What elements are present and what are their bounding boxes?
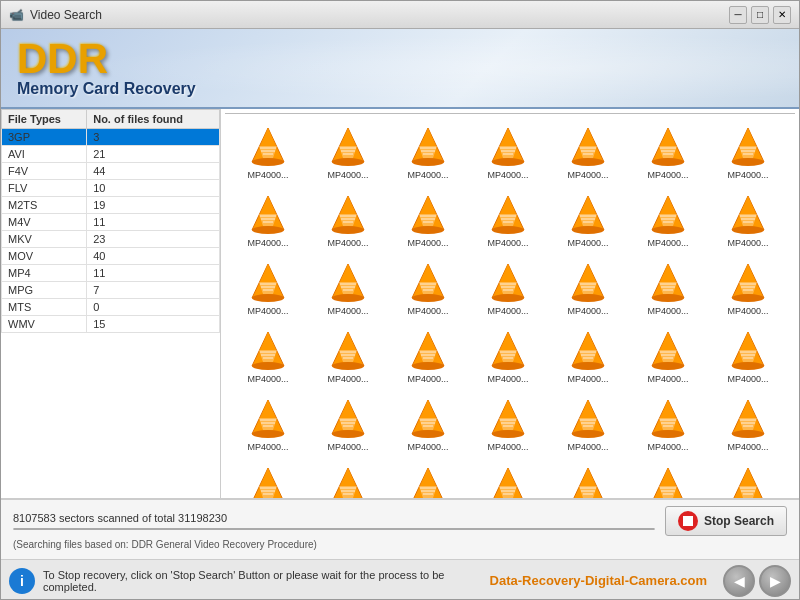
file-item[interactable]: MP4000... — [389, 390, 467, 456]
footer: i To Stop recovery, click on 'Stop Searc… — [1, 559, 799, 600]
file-item[interactable]: MP4000... — [469, 322, 547, 388]
file-type-row[interactable]: MPG7 — [2, 282, 220, 299]
file-item-label: MP4000... — [487, 170, 528, 180]
file-item[interactable]: MP4000... — [549, 254, 627, 320]
file-item[interactable]: MP4000... — [309, 254, 387, 320]
forward-button[interactable]: ▶ — [759, 565, 791, 597]
file-item[interactable]: MP4000... — [549, 118, 627, 184]
file-item[interactable]: MP4000... — [629, 322, 707, 388]
file-item[interactable]: MP4000... — [709, 390, 787, 456]
file-item[interactable]: MP4000... — [309, 186, 387, 252]
file-item-label: MP4000... — [487, 306, 528, 316]
file-item[interactable]: MP4000... — [309, 390, 387, 456]
svg-point-156 — [332, 362, 364, 370]
svg-point-72 — [492, 226, 524, 234]
close-button[interactable]: ✕ — [773, 6, 791, 24]
app-subtitle: Memory Card Recovery — [17, 80, 783, 98]
file-type-row[interactable]: M2TS19 — [2, 197, 220, 214]
file-item-icon — [324, 462, 372, 498]
file-item[interactable]: MP4000... — [229, 118, 307, 184]
svg-point-149 — [252, 362, 284, 370]
file-item[interactable]: MP4000... — [309, 458, 387, 498]
file-item-label: MP4000... — [567, 238, 608, 248]
file-item-label: MP4000... — [647, 306, 688, 316]
file-item[interactable]: MP4000... — [469, 458, 547, 498]
file-item-icon — [404, 462, 452, 498]
stop-search-button[interactable]: Stop Search — [665, 506, 787, 536]
file-item[interactable]: MP4000... — [629, 390, 707, 456]
minimize-button[interactable]: ─ — [729, 6, 747, 24]
file-item[interactable]: MP4000... — [389, 458, 467, 498]
file-item-icon — [644, 258, 692, 306]
file-item-label: MP4000... — [567, 442, 608, 452]
file-item[interactable]: MP4000... — [469, 390, 547, 456]
svg-point-37 — [652, 158, 684, 166]
file-item[interactable]: MP4000... — [229, 186, 307, 252]
col-count: No. of files found — [87, 110, 220, 129]
svg-point-44 — [732, 158, 764, 166]
file-grid-panel[interactable]: ↑↑ 1500m ↑↑ 1500m ↑↑ 1500m ↑↑ 1500m ↑↑ 1… — [221, 109, 799, 498]
file-item[interactable]: MP4000... — [709, 322, 787, 388]
file-type-count: 40 — [87, 248, 220, 265]
file-item[interactable]: MP4000... — [469, 254, 547, 320]
file-item-icon — [644, 326, 692, 374]
app-title: Video Search — [30, 8, 102, 22]
file-item[interactable]: MP4000... — [389, 254, 467, 320]
file-item[interactable]: MP4000... — [709, 254, 787, 320]
file-item[interactable]: MP4000... — [229, 390, 307, 456]
file-type-row[interactable]: M4V11 — [2, 214, 220, 231]
file-type-row[interactable]: AVI21 — [2, 146, 220, 163]
file-item[interactable]: MP4000... — [549, 390, 627, 456]
file-type-row[interactable]: MOV40 — [2, 248, 220, 265]
file-types-table: File Types No. of files found 3GP3AVI21F… — [1, 109, 220, 333]
file-type-count: 11 — [87, 214, 220, 231]
file-types-panel: File Types No. of files found 3GP3AVI21F… — [1, 109, 221, 498]
file-type-name: MPG — [2, 282, 87, 299]
file-type-row[interactable]: FLV10 — [2, 180, 220, 197]
svg-point-184 — [652, 362, 684, 370]
file-item[interactable]: MP4000... — [629, 254, 707, 320]
file-item[interactable]: MP4000... — [229, 254, 307, 320]
file-item[interactable]: MP4000... — [229, 322, 307, 388]
file-item[interactable]: MP4000... — [229, 458, 307, 498]
back-button[interactable]: ◀ — [723, 565, 755, 597]
file-type-row[interactable]: WMV15 — [2, 316, 220, 333]
file-item[interactable]: MP4000... — [709, 186, 787, 252]
file-type-row[interactable]: MP411 — [2, 265, 220, 282]
file-type-name: MTS — [2, 299, 87, 316]
svg-point-226 — [572, 430, 604, 438]
file-item[interactable]: MP4000... — [629, 458, 707, 498]
svg-point-198 — [252, 430, 284, 438]
file-item[interactable]: MP4000... — [389, 118, 467, 184]
file-item[interactable]: MP4000... — [309, 118, 387, 184]
col-file-types: File Types — [2, 110, 87, 129]
maximize-button[interactable]: □ — [751, 6, 769, 24]
stop-search-label: Stop Search — [704, 514, 774, 528]
file-item[interactable]: MP4000... — [469, 186, 547, 252]
svg-point-30 — [572, 158, 604, 166]
file-item[interactable]: MP4000... — [389, 186, 467, 252]
footer-url: Data-Recovery-Digital-Camera.com — [490, 573, 707, 588]
file-item-icon — [724, 122, 772, 170]
file-item[interactable]: MP4000... — [549, 322, 627, 388]
file-item[interactable]: MP4000... — [389, 322, 467, 388]
file-item-label: MP4000... — [327, 374, 368, 384]
file-type-row[interactable]: MKV23 — [2, 231, 220, 248]
file-item[interactable]: MP4000... — [629, 186, 707, 252]
file-item-label: MP4000... — [567, 306, 608, 316]
file-item-icon — [244, 190, 292, 238]
file-item[interactable]: MP4000... — [309, 322, 387, 388]
file-item[interactable]: MP4000... — [469, 118, 547, 184]
file-item[interactable]: MP4000... — [709, 458, 787, 498]
file-type-row[interactable]: MTS0 — [2, 299, 220, 316]
file-item[interactable]: MP4000... — [709, 118, 787, 184]
file-type-name: M4V — [2, 214, 87, 231]
file-item-icon — [324, 326, 372, 374]
file-item-label: MP4000... — [407, 442, 448, 452]
file-item[interactable]: MP4000... — [629, 118, 707, 184]
file-type-count: 44 — [87, 163, 220, 180]
file-type-row[interactable]: F4V44 — [2, 163, 220, 180]
file-item[interactable]: MP4000... — [549, 186, 627, 252]
file-type-row[interactable]: 3GP3 — [2, 129, 220, 146]
file-item[interactable]: MP4000... — [549, 458, 627, 498]
